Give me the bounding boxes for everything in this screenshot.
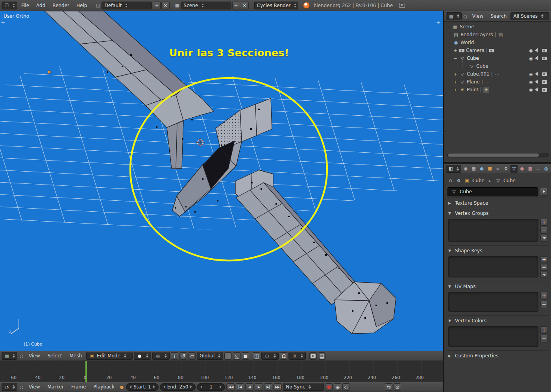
menu-view[interactable]: View	[469, 13, 486, 19]
selectable-cursor-icon[interactable]	[535, 56, 540, 61]
face-select-button[interactable]: ◼	[242, 352, 249, 360]
orientation-dropdown[interactable]: Global	[197, 352, 223, 360]
renderable-camera-icon[interactable]	[542, 49, 547, 52]
menu-frame[interactable]: Frame	[68, 384, 89, 390]
outliner-item-label[interactable]: Scene	[460, 24, 474, 30]
opengl-animation-button[interactable]: ▤	[318, 352, 325, 360]
outliner-item-label[interactable]: World	[460, 40, 474, 45]
play-reverse-button[interactable]: ◀	[245, 383, 253, 391]
visibility-eye-icon[interactable]: ◉	[529, 87, 533, 92]
menu-render[interactable]: Render	[49, 3, 72, 8]
outliner-item-label[interactable]: Plane	[467, 79, 480, 85]
outliner-item-label[interactable]: Cube	[476, 63, 488, 69]
menu-mesh[interactable]: Mesh	[67, 353, 85, 359]
tab-texture[interactable]: ▩	[527, 165, 534, 173]
uv-maps-list[interactable]	[448, 292, 538, 312]
outliner-row-cube[interactable]: − ▽ Cube ◉	[445, 54, 550, 62]
add-uv-map-button[interactable]: +	[540, 292, 548, 300]
panel-header-texture-space[interactable]: ▶ Texture Space	[447, 198, 548, 208]
play-button[interactable]: ▶	[255, 383, 263, 391]
scene-dropdown[interactable]: Scene	[181, 2, 231, 9]
jump-to-start-button[interactable]: |◀◀	[226, 383, 235, 391]
expand-icon[interactable]: +	[453, 80, 458, 85]
menu-playback[interactable]: Playback	[90, 384, 118, 390]
shape-key-specials-button[interactable]	[540, 272, 548, 277]
add-vertex-color-button[interactable]: +	[540, 326, 548, 334]
add-shape-key-button[interactable]: +	[540, 256, 548, 263]
outliner-row-plane[interactable]: + ▽ Plane | ⋯ ◉	[445, 78, 550, 86]
sync-markers-icon[interactable]: ⇆	[385, 383, 392, 391]
fake-user-button[interactable]: F	[540, 188, 548, 196]
pin-icon[interactable]: ○	[18, 384, 24, 390]
panel-header-uv-maps[interactable]: ▼ UV Maps	[447, 281, 548, 291]
outliner-item-label[interactable]: Cube	[467, 55, 479, 61]
vertex-groups-list[interactable]	[448, 219, 538, 242]
selectable-cursor-icon[interactable]	[535, 80, 540, 85]
tab-particles[interactable]: ∴	[534, 165, 542, 173]
outliner-row-cube001[interactable]: + ▽ Cube.001 | ⋯ ◉	[445, 70, 550, 78]
pin-icon[interactable]: ⊙	[447, 178, 453, 184]
edge-select-button[interactable]: ◺	[233, 352, 240, 360]
region-expand-button[interactable]: +	[436, 20, 440, 26]
menu-view[interactable]: View	[26, 353, 43, 359]
lock-frame-icon[interactable]: ⊘	[394, 383, 401, 391]
horizontal-scrollbar[interactable]	[447, 153, 549, 157]
timeline-ruler[interactable]: -60 -40 -20 0 20 40 60 80 100 120 140 16…	[0, 361, 443, 382]
outliner-row-cube-data[interactable]: ▽ Cube	[445, 62, 550, 70]
add-scene-button[interactable]: +	[232, 2, 240, 9]
editor-type-selector[interactable]: ◔	[2, 383, 17, 391]
panel-header-custom-properties[interactable]: ▶ Custom Properties	[447, 351, 548, 361]
visibility-eye-icon[interactable]: ◉	[529, 56, 533, 61]
pivot-point-dropdown[interactable]: ◎	[152, 352, 170, 360]
outliner-item-label[interactable]: RenderLayers	[460, 32, 493, 37]
manipulator-rotate-button[interactable]: ↺	[179, 352, 187, 360]
end-frame-field[interactable]: End: 250	[160, 383, 196, 391]
screen-layout-dropdown[interactable]: Default	[102, 2, 152, 9]
render-engine-dropdown[interactable]: Cycles Render	[254, 2, 298, 9]
selectable-cursor-icon[interactable]	[535, 72, 540, 77]
3d-viewport[interactable]: User Ortho Unir las 3 Secciones! (1) Cub…	[0, 11, 443, 351]
manipulator-scale-button[interactable]: ▱	[188, 352, 196, 360]
breadcrumb-data[interactable]: Cube	[503, 178, 516, 183]
selectable-cursor-icon[interactable]	[535, 87, 540, 92]
tab-scene[interactable]: ▦	[470, 165, 477, 173]
renderable-camera-icon[interactable]	[542, 80, 547, 84]
lamp-data-icon[interactable]: ☀	[483, 87, 489, 93]
tab-physics[interactable]: ◎	[543, 165, 550, 173]
selectable-cursor-icon[interactable]	[535, 48, 540, 53]
datablock-name-input[interactable]: ▽ Cube	[447, 187, 538, 196]
mesh-data-chip-icon[interactable]: ⋯	[494, 71, 500, 77]
menu-select[interactable]: Select	[44, 353, 65, 359]
delete-layout-button[interactable]: ×	[161, 2, 169, 9]
remove-uv-map-button[interactable]: −	[540, 301, 548, 308]
renderable-camera-icon[interactable]	[542, 88, 547, 92]
mesh-data-chip-icon[interactable]: ⋯	[484, 79, 490, 85]
remove-shape-key-button[interactable]: −	[540, 264, 548, 271]
panel-header-shape-keys[interactable]: ▼ Shape Keys	[447, 246, 548, 255]
collapse-icon[interactable]: −	[446, 24, 451, 30]
keying-set-icon[interactable]: ◈	[334, 383, 341, 391]
sync-dropdown[interactable]: No Sync	[283, 383, 324, 391]
outliner-row-point[interactable]: + ☀ Point | ☀ ◉	[445, 86, 550, 94]
panel-header-vertex-groups[interactable]: ▼ Vertex Groups	[447, 208, 548, 218]
expand-icon[interactable]: +	[453, 72, 458, 77]
tab-render[interactable]: ◉	[462, 165, 469, 173]
jump-prev-keyframe-button[interactable]: |◀	[236, 383, 244, 391]
tab-material[interactable]: ●	[518, 165, 525, 173]
menu-search[interactable]: Search	[487, 13, 510, 19]
snap-element-dropdown[interactable]: ⊞	[288, 352, 306, 360]
outliner-item-label[interactable]: Cube.001	[467, 71, 490, 77]
jump-to-end-button[interactable]: ▶▶|	[274, 383, 282, 391]
menu-view[interactable]: View	[26, 384, 43, 390]
auto-keyframe-button[interactable]: ●	[325, 383, 333, 391]
viewport-shading-dropdown[interactable]: ●	[134, 352, 151, 360]
editor-type-selector[interactable]: ◧	[446, 165, 461, 173]
renderable-camera-icon[interactable]	[542, 72, 547, 76]
vertex-select-button[interactable]: ∴	[224, 352, 232, 360]
editor-type-selector[interactable]: ▦	[2, 352, 17, 360]
render-icon[interactable]: ▤	[497, 32, 503, 38]
expand-icon[interactable]: +	[453, 87, 458, 92]
editor-type-selector[interactable]: ⓘ	[2, 2, 17, 9]
editor-type-selector[interactable]: ▤	[446, 12, 462, 20]
tab-modifiers[interactable]: ⚙	[502, 165, 509, 173]
